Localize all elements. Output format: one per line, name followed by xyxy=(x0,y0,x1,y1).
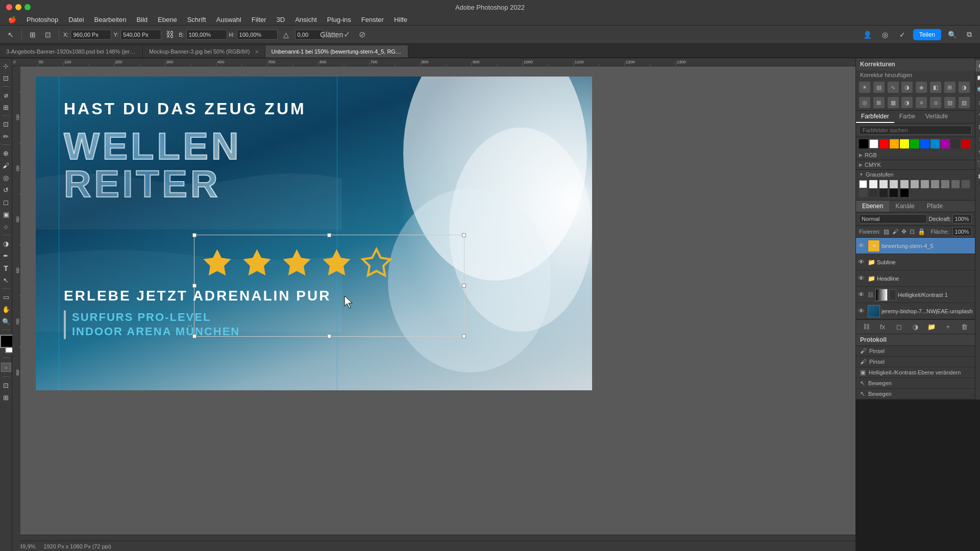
menu-hilfe[interactable]: Hilfe xyxy=(390,14,411,26)
brush-tool[interactable]: 🖌 xyxy=(1,160,12,171)
lock-transform[interactable]: ✥ xyxy=(901,228,906,235)
lock-artboard[interactable]: ⊡ xyxy=(910,228,915,235)
pfade-tab[interactable]: Pfade xyxy=(921,201,949,212)
rs-timeline-icon[interactable]: ▶ xyxy=(975,170,980,182)
screen-mode-btn[interactable]: ⊡ xyxy=(1,380,12,391)
exposure-icon[interactable]: ◑ xyxy=(901,82,913,93)
pen-tool[interactable]: ✒ xyxy=(1,250,12,261)
tab-0[interactable]: 3-Angebots-Banner-980x551.psd bei 148%… xyxy=(0,45,143,58)
arrange-btn[interactable]: ⧉ xyxy=(963,28,976,41)
gs-6[interactable] xyxy=(921,180,929,188)
tab-farbfelder[interactable]: Farbfelder xyxy=(856,111,894,123)
angle-input[interactable] xyxy=(295,30,323,40)
invert-icon[interactable]: ◑ xyxy=(901,97,913,108)
tab-2[interactable]: Unbenannt-1 bei 150% (bewertung-stern-4_… xyxy=(265,45,408,58)
layer-item-3[interactable]: 👁 ⛓ Helligkeit/Kontrast 1 xyxy=(856,287,975,303)
layer-adj-icon[interactable]: ◑ xyxy=(910,321,921,333)
rs-layers-icon[interactable]: ⊞ xyxy=(975,121,980,133)
brightness-icon[interactable]: ☀ xyxy=(859,82,870,93)
link-toggle[interactable]: ⛓ xyxy=(163,28,177,41)
rs-adjustments-icon[interactable]: ◑ xyxy=(975,97,980,108)
swatch-red-1[interactable] xyxy=(879,139,889,148)
curves-icon[interactable]: ∿ xyxy=(888,82,899,93)
menu-bild[interactable]: Bild xyxy=(132,14,152,26)
menu-3d[interactable]: 3D xyxy=(273,14,289,26)
smooth-btn[interactable]: Glätten xyxy=(325,28,338,41)
layer-delete-icon[interactable]: 🗑 xyxy=(959,321,970,333)
zoom-tool[interactable]: 🔍 xyxy=(1,316,12,327)
menu-schrift[interactable]: Schrift xyxy=(183,14,210,26)
search-btn[interactable]: 🔍 xyxy=(945,28,959,41)
dodge-tool[interactable]: ◑ xyxy=(1,238,12,249)
y-input[interactable] xyxy=(120,30,161,40)
gs-13[interactable] xyxy=(879,189,888,197)
fg-color[interactable] xyxy=(0,335,13,348)
korrektur-hinzufuegen[interactable]: Korrektur hinzufügen xyxy=(856,70,975,80)
swatch-yellow[interactable] xyxy=(900,139,909,148)
layer-vis-2[interactable]: 👁 xyxy=(858,274,866,282)
transform[interactable]: ⊡ xyxy=(41,28,55,41)
menu-apple[interactable]: 🍎 xyxy=(4,14,20,26)
lock-transparent[interactable]: ▨ xyxy=(884,228,889,235)
gs-15[interactable] xyxy=(900,189,909,197)
object-select[interactable]: ⊞ xyxy=(1,102,12,113)
gradient-map-icon[interactable]: ▤ xyxy=(944,97,955,108)
rs-info-icon[interactable]: ℹ xyxy=(975,183,980,194)
layer-vis-3[interactable]: 👁 xyxy=(858,291,866,298)
posterize-icon[interactable]: ≡ xyxy=(916,97,927,108)
swatch-green[interactable] xyxy=(910,139,919,148)
canvas-document[interactable]: HAST DU DAS ZEUG ZUM WELLEN REITER xyxy=(36,77,592,390)
cancel-icon[interactable]: ⊘ xyxy=(356,28,369,41)
gs-4[interactable] xyxy=(900,180,909,188)
opacity-input[interactable] xyxy=(952,214,972,223)
shape-tool[interactable]: ▭ xyxy=(1,291,12,303)
color-lookup-icon[interactable]: ▦ xyxy=(888,97,899,108)
lock-all[interactable]: 🔒 xyxy=(918,228,925,235)
gs-0[interactable] xyxy=(859,180,867,188)
channel-mixer-icon[interactable]: ⊠ xyxy=(873,97,885,108)
layer-item-4[interactable]: 👁 jeremy-bishop-7...NWjEAE-unsplash xyxy=(856,303,975,319)
path-select[interactable]: ↖ xyxy=(1,274,12,286)
tab-farbe[interactable]: Farbe xyxy=(894,111,920,123)
swatch-blue[interactable] xyxy=(920,139,929,148)
photo-filter-icon[interactable]: ◎ xyxy=(859,97,870,108)
layer-item-0[interactable]: 👁 ★ bewertung-stern-4_5 xyxy=(856,238,975,254)
swatch-search-input[interactable] xyxy=(859,126,972,135)
menu-fenster[interactable]: Fenster xyxy=(357,14,388,26)
hand-tool[interactable]: ✋ xyxy=(1,304,12,315)
rs-learn-icon[interactable]: 📖 xyxy=(975,72,980,84)
rs-channels-icon[interactable]: ≡ xyxy=(975,134,980,145)
swatch-cyan[interactable] xyxy=(930,139,940,148)
swatch-black[interactable] xyxy=(859,139,868,148)
gradient-tool[interactable]: ▣ xyxy=(1,209,12,220)
tab-1[interactable]: Mockup-Banner-3.jpg bei 50% (RGB/8#) ✕ xyxy=(143,45,265,58)
menu-plugins[interactable]: Plug-ins xyxy=(323,14,355,26)
flaeche-input[interactable] xyxy=(952,227,972,236)
check-icon[interactable]: ✓ xyxy=(340,28,354,41)
layer-vis-1[interactable]: 👁 xyxy=(858,258,866,266)
eyedropper[interactable]: ✏ xyxy=(1,131,12,142)
gs-10[interactable] xyxy=(962,180,970,188)
gs-5[interactable] xyxy=(911,180,919,188)
sel-color-icon[interactable]: ▧ xyxy=(959,97,970,108)
select-tool[interactable]: ⊡ xyxy=(1,72,12,84)
colorbalance-icon[interactable]: ⊞ xyxy=(944,82,955,93)
rs-curves-icon[interactable]: ∿ xyxy=(975,109,980,120)
layer-fx-icon[interactable]: fx xyxy=(877,321,888,333)
close-button[interactable] xyxy=(6,4,12,10)
swatch-dark[interactable] xyxy=(951,139,960,148)
layer-link-icon[interactable]: ⛓ xyxy=(861,321,872,333)
auto-align[interactable]: ⊞ xyxy=(26,28,39,41)
layer-vis-4[interactable]: 👁 xyxy=(858,307,866,315)
gs-7[interactable] xyxy=(931,180,939,188)
move-tool[interactable]: ⊹ xyxy=(1,60,12,71)
gs-1[interactable] xyxy=(869,180,877,188)
layer-add-icon[interactable]: + xyxy=(942,321,953,333)
menu-ebene[interactable]: Ebene xyxy=(154,14,181,26)
tab-verlaeufe[interactable]: Verläufe xyxy=(920,111,953,123)
hsl-icon[interactable]: ◧ xyxy=(930,82,941,93)
rgb-group-header[interactable]: ▶ RGB xyxy=(856,151,975,160)
gs-12[interactable] xyxy=(869,189,877,197)
menu-datei[interactable]: Datei xyxy=(64,14,88,26)
swatch-orange[interactable] xyxy=(890,139,899,148)
